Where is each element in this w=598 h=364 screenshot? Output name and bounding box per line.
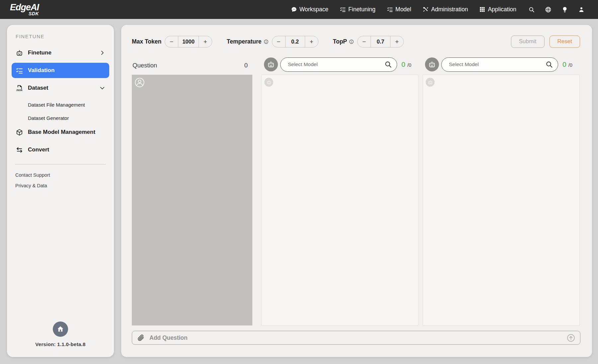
- robot-icon: [426, 78, 435, 87]
- home-button[interactable]: [53, 321, 68, 337]
- search-icon[interactable]: [545, 60, 553, 68]
- add-question-bar[interactable]: Add Question: [132, 331, 580, 345]
- sidebar-item-dataset-generator[interactable]: Dataset Generator: [12, 111, 109, 125]
- json-file-icon: JSON: [16, 84, 23, 92]
- nav-item-label: Finetuning: [348, 6, 376, 13]
- max-token-stepper: − 1000 +: [165, 36, 212, 47]
- top-navbar: EdgeAI SDK Workspace Finetuning Model: [0, 0, 598, 19]
- chevron-right-icon: [99, 50, 105, 56]
- robot-icon: [264, 78, 273, 87]
- model-select-input-2[interactable]: [441, 57, 558, 72]
- question-list-panel[interactable]: [132, 75, 252, 325]
- lightbulb-icon[interactable]: [561, 6, 568, 13]
- model-robot-button-2[interactable]: [425, 57, 439, 71]
- nav-item-label: Workspace: [299, 6, 328, 13]
- add-question-label: Add Question: [149, 334, 188, 341]
- temperature-value[interactable]: 0.2: [285, 36, 305, 47]
- nav-icon-buttons: [528, 6, 585, 13]
- nav-item-label: Model: [395, 6, 411, 13]
- chevron-down-icon: [99, 85, 105, 91]
- max-token-decrement-button[interactable]: −: [165, 36, 178, 47]
- model-answer-panel-1[interactable]: [261, 75, 418, 325]
- user-icon[interactable]: [578, 6, 585, 13]
- sidebar-item-validation[interactable]: Validation: [12, 63, 109, 78]
- sidebar-item-label: Base Model Management: [28, 129, 95, 136]
- version-text: Version: 1.1.0-beta.8: [7, 341, 114, 347]
- robot-icon: [428, 60, 436, 68]
- checklist-icon: [387, 6, 393, 13]
- max-token-value[interactable]: 1000: [178, 36, 199, 47]
- question-count: 0: [244, 62, 248, 69]
- nav-item-administration[interactable]: Administration: [422, 6, 468, 13]
- sidebar-section-title: FINETUNE: [16, 34, 109, 39]
- score-total: /0: [568, 62, 572, 68]
- app-logo[interactable]: EdgeAI SDK: [10, 3, 39, 16]
- model-answer-panel-2[interactable]: [423, 75, 580, 325]
- nav-item-model[interactable]: Model: [387, 6, 411, 13]
- home-icon: [56, 325, 64, 333]
- topp-label: TopP: [333, 38, 347, 45]
- topp-stepper: − 0.7 +: [357, 36, 404, 47]
- nav-item-workspace[interactable]: Workspace: [291, 6, 328, 13]
- model-select-input-1[interactable]: [280, 57, 397, 72]
- robot-icon: [267, 60, 275, 68]
- svg-text:JSON: JSON: [16, 89, 22, 91]
- model-selector-group-1: 0 /0: [264, 57, 411, 72]
- temperature-increment-button[interactable]: +: [305, 36, 318, 47]
- nav-menu: Workspace Finetuning Model Administratio…: [291, 6, 516, 13]
- temperature-decrement-button[interactable]: −: [272, 36, 285, 47]
- temperature-stepper: − 0.2 +: [272, 36, 318, 47]
- chat-bubble-icon: [291, 6, 297, 13]
- checklist-icon: [340, 6, 346, 13]
- privacy-data-link[interactable]: Privacy & Data: [12, 180, 109, 191]
- grid-icon: [479, 6, 485, 13]
- sidebar-item-label: Finetune: [28, 49, 51, 56]
- tools-icon: [422, 6, 429, 13]
- topp-increment-button[interactable]: +: [390, 36, 403, 47]
- nav-item-label: Administration: [431, 6, 468, 13]
- reset-button[interactable]: Reset: [550, 36, 580, 48]
- score-value: 0: [562, 60, 566, 68]
- nav-item-label: Application: [488, 6, 516, 13]
- sidebar: FINETUNE Finetune Validation JSON Datase…: [7, 25, 114, 357]
- temperature-info-icon[interactable]: [264, 39, 269, 44]
- model-robot-button-1[interactable]: [264, 57, 278, 71]
- generation-controls-row: Max Token − 1000 + Temperature − 0.2 + T…: [132, 35, 580, 48]
- nav-item-finetuning[interactable]: Finetuning: [340, 6, 376, 13]
- sidebar-item-finetune[interactable]: Finetune: [12, 45, 109, 60]
- topp-decrement-button[interactable]: −: [358, 36, 371, 47]
- validation-panel: Max Token − 1000 + Temperature − 0.2 + T…: [121, 25, 592, 357]
- sidebar-item-base-model-management[interactable]: Base Model Management: [12, 125, 109, 140]
- sidebar-item-label: Validation: [28, 67, 54, 74]
- max-token-label: Max Token: [132, 38, 161, 45]
- sidebar-item-label: Dataset: [28, 85, 48, 91]
- topp-value[interactable]: 0.7: [371, 36, 390, 47]
- sidebar-footer: Version: 1.1.0-beta.8: [7, 321, 114, 347]
- search-icon[interactable]: [528, 6, 535, 13]
- cube-icon: [16, 129, 23, 136]
- model-search-field-2[interactable]: [449, 61, 545, 67]
- sidebar-item-dataset[interactable]: JSON Dataset: [12, 80, 109, 96]
- sidebar-item-label: Convert: [28, 146, 49, 153]
- topp-info-icon[interactable]: [349, 39, 354, 44]
- globe-icon[interactable]: [545, 6, 552, 13]
- paperclip-icon[interactable]: [137, 334, 144, 341]
- temperature-label: Temperature: [227, 38, 262, 45]
- question-column-header: Question 0: [132, 58, 252, 73]
- model-search-field-1[interactable]: [288, 61, 384, 67]
- robot-icon: [16, 49, 23, 57]
- contact-support-link[interactable]: Contact Support: [12, 170, 109, 180]
- nav-item-application[interactable]: Application: [479, 6, 516, 13]
- sidebar-item-dataset-file-management[interactable]: Dataset File Management: [12, 98, 109, 111]
- checklist-icon: [16, 67, 23, 74]
- sidebar-divider: [15, 164, 106, 164]
- submit-button[interactable]: Submit: [511, 36, 545, 48]
- score-value: 0: [401, 60, 405, 68]
- question-header-label: Question: [132, 62, 157, 69]
- model-score-2: 0 /0: [562, 60, 572, 68]
- sidebar-item-convert[interactable]: Convert: [12, 142, 109, 157]
- max-token-increment-button[interactable]: +: [199, 36, 212, 47]
- swap-arrows-icon: [16, 146, 23, 154]
- search-icon[interactable]: [384, 60, 392, 68]
- send-arrow-up-icon[interactable]: [566, 333, 575, 342]
